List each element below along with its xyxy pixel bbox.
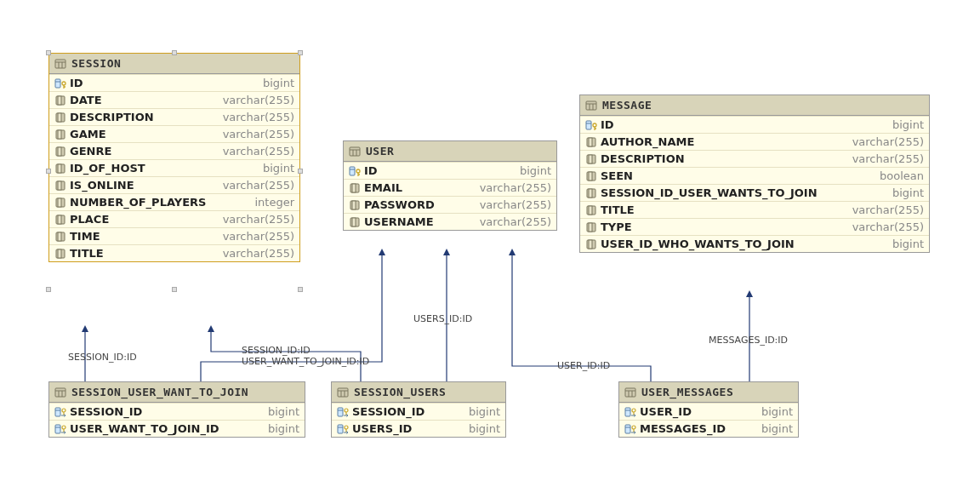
column-icon xyxy=(585,221,597,233)
column-name: EMAIL xyxy=(364,181,402,194)
column-row[interactable]: USER_IDbigint xyxy=(619,403,798,420)
column-row[interactable]: USERS_IDbigint xyxy=(332,420,505,437)
pk-key-icon xyxy=(54,77,66,89)
column-row[interactable]: GAMEvarchar(255) xyxy=(49,125,299,142)
svg-marker-1 xyxy=(82,325,88,332)
column-name: USERNAME xyxy=(364,215,434,228)
column-row[interactable]: PASSWORDvarchar(255) xyxy=(344,196,556,213)
entity-session_user_want_to_join[interactable]: SESSION_USER_WANT_TO_JOINSESSION_IDbigin… xyxy=(48,381,305,438)
pk-key-icon xyxy=(585,119,597,131)
selection-handle[interactable] xyxy=(172,287,177,292)
selection-handle[interactable] xyxy=(172,50,177,55)
column-name: TITLE xyxy=(601,203,635,216)
column-type: varchar(255) xyxy=(223,94,294,106)
column-row[interactable]: IDbigint xyxy=(49,74,299,91)
column-row[interactable]: SESSION_ID_USER_WANTS_TO_JOINbigint xyxy=(580,184,929,201)
column-row[interactable]: DESCRIPTIONvarchar(255) xyxy=(49,108,299,125)
column-icon xyxy=(54,163,66,175)
column-name: AUTHOR_NAME xyxy=(601,135,694,148)
entity-title: SESSION_USERS xyxy=(354,386,446,398)
entity-user[interactable]: USERIDbigintEMAILvarchar(255)PASSWORDvar… xyxy=(343,140,557,231)
column-name: SEEN xyxy=(601,169,633,182)
entity-session[interactable]: SESSIONIDbigintDATEvarchar(255)DESCRIPTI… xyxy=(48,53,300,262)
selection-handle[interactable] xyxy=(298,50,303,55)
entity-title: SESSION xyxy=(71,57,121,70)
column-icon xyxy=(585,204,597,216)
column-row[interactable]: SESSION_IDbigint xyxy=(332,403,505,420)
table-icon xyxy=(349,146,361,158)
column-type: bigint xyxy=(268,422,299,435)
entity-header[interactable]: MESSAGE xyxy=(580,95,929,116)
column-type: bigint xyxy=(892,238,924,250)
column-row[interactable]: USERNAMEvarchar(255) xyxy=(344,213,556,230)
column-row[interactable]: SEENboolean xyxy=(580,167,929,184)
selection-handle[interactable] xyxy=(46,169,51,174)
selection-handle[interactable] xyxy=(298,287,303,292)
relation-label: USERS_ID:ID xyxy=(413,313,472,324)
column-row[interactable]: USER_ID_WHO_WANTS_TO_JOINbigint xyxy=(580,235,929,252)
column-icon xyxy=(54,197,66,209)
column-type: varchar(255) xyxy=(480,181,551,194)
column-icon xyxy=(349,216,361,228)
column-row[interactable]: PLACEvarchar(255) xyxy=(49,210,299,227)
column-row[interactable]: EMAILvarchar(255) xyxy=(344,179,556,196)
entity-header[interactable]: USER xyxy=(344,141,556,162)
selection-handle[interactable] xyxy=(46,287,51,292)
column-type: bigint xyxy=(263,77,294,89)
relation-label: USER_WANT_TO_JOIN_ID:ID xyxy=(242,356,369,367)
entity-header[interactable]: SESSION_USERS xyxy=(332,382,505,403)
fk-key-icon xyxy=(54,406,66,418)
column-row[interactable]: SESSION_IDbigint xyxy=(49,403,305,420)
column-name: ID xyxy=(364,164,378,177)
column-name: SESSION_ID_USER_WANTS_TO_JOIN xyxy=(601,186,818,199)
column-type: varchar(255) xyxy=(223,230,294,243)
column-name: USER_WANT_TO_JOIN_ID xyxy=(70,422,219,435)
column-row[interactable]: USER_WANT_TO_JOIN_IDbigint xyxy=(49,420,305,437)
entity-header[interactable]: USER_MESSAGES xyxy=(619,382,798,403)
column-name: ID_OF_HOST xyxy=(70,162,145,175)
column-name: USER_ID_WHO_WANTS_TO_JOIN xyxy=(601,238,795,250)
column-type: bigint xyxy=(469,405,500,418)
entity-user_messages[interactable]: USER_MESSAGESUSER_IDbigintMESSAGES_IDbig… xyxy=(618,381,799,438)
column-icon xyxy=(54,180,66,192)
column-row[interactable]: DESCRIPTIONvarchar(255) xyxy=(580,150,929,167)
column-row[interactable]: ID_OF_HOSTbigint xyxy=(49,159,299,176)
entity-message[interactable]: MESSAGEIDbigintAUTHOR_NAMEvarchar(255)DE… xyxy=(579,94,930,253)
svg-marker-2 xyxy=(208,325,214,332)
column-row[interactable]: TIMEvarchar(255) xyxy=(49,227,299,244)
column-name: PASSWORD xyxy=(364,198,435,211)
column-name: TITLE xyxy=(70,247,104,260)
column-row[interactable]: AUTHOR_NAMEvarchar(255) xyxy=(580,133,929,150)
column-name: ID xyxy=(601,118,614,131)
column-row[interactable]: TITLEvarchar(255) xyxy=(580,201,929,218)
fk-key-icon xyxy=(624,406,636,418)
column-type: varchar(255) xyxy=(852,220,924,233)
column-type: varchar(255) xyxy=(480,198,551,211)
relation-label: SESSION_ID:ID xyxy=(68,352,137,363)
column-row[interactable]: TITLEvarchar(255) xyxy=(49,244,299,261)
column-row[interactable]: GENREvarchar(255) xyxy=(49,142,299,159)
entity-session_users[interactable]: SESSION_USERSSESSION_IDbigintUSERS_IDbig… xyxy=(331,381,506,438)
erd-canvas[interactable]: SESSIONIDbigintDATEvarchar(255)DESCRIPTI… xyxy=(0,0,980,504)
column-row[interactable]: IDbigint xyxy=(580,116,929,133)
column-type: varchar(255) xyxy=(223,247,294,260)
column-name: GENRE xyxy=(70,145,111,158)
column-type: boolean xyxy=(880,169,924,182)
column-row[interactable]: DATEvarchar(255) xyxy=(49,91,299,108)
entity-header[interactable]: SESSION xyxy=(49,54,299,74)
svg-marker-6 xyxy=(746,290,753,297)
column-row[interactable]: NUMBER_OF_PLAYERSinteger xyxy=(49,193,299,210)
column-icon xyxy=(54,248,66,260)
column-name: TYPE xyxy=(601,220,632,233)
entity-header[interactable]: SESSION_USER_WANT_TO_JOIN xyxy=(49,382,305,403)
column-icon xyxy=(54,112,66,123)
selection-handle[interactable] xyxy=(46,50,51,55)
fk-key-icon xyxy=(337,406,349,418)
column-row[interactable]: MESSAGES_IDbigint xyxy=(619,420,798,437)
column-icon xyxy=(54,94,66,106)
column-row[interactable]: IS_ONLINEvarchar(255) xyxy=(49,176,299,193)
column-row[interactable]: TYPEvarchar(255) xyxy=(580,218,929,235)
pk-key-icon xyxy=(349,165,361,177)
column-row[interactable]: IDbigint xyxy=(344,162,556,179)
selection-handle[interactable] xyxy=(298,169,303,174)
